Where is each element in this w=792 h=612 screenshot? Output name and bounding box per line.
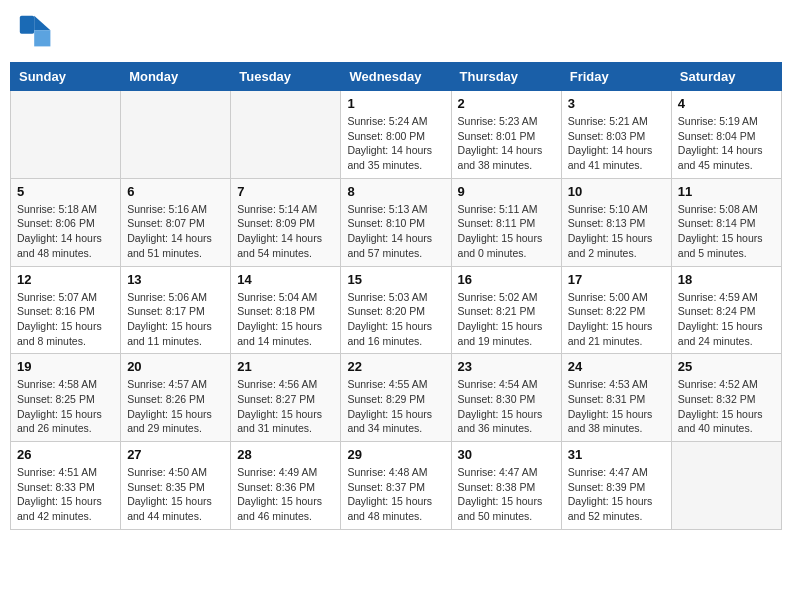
day-number: 14 <box>237 272 334 287</box>
day-number: 13 <box>127 272 224 287</box>
day-number: 6 <box>127 184 224 199</box>
day-info: Sunrise: 4:50 AMSunset: 8:35 PMDaylight:… <box>127 465 224 524</box>
day-number: 10 <box>568 184 665 199</box>
day-number: 17 <box>568 272 665 287</box>
day-info: Sunrise: 5:24 AMSunset: 8:00 PMDaylight:… <box>347 114 444 173</box>
day-number: 21 <box>237 359 334 374</box>
calendar-cell: 3Sunrise: 5:21 AMSunset: 8:03 PMDaylight… <box>561 91 671 179</box>
day-info: Sunrise: 4:53 AMSunset: 8:31 PMDaylight:… <box>568 377 665 436</box>
weekday-header-row: SundayMondayTuesdayWednesdayThursdayFrid… <box>11 63 782 91</box>
calendar-cell: 17Sunrise: 5:00 AMSunset: 8:22 PMDayligh… <box>561 266 671 354</box>
day-number: 11 <box>678 184 775 199</box>
calendar-cell: 13Sunrise: 5:06 AMSunset: 8:17 PMDayligh… <box>121 266 231 354</box>
day-info: Sunrise: 4:51 AMSunset: 8:33 PMDaylight:… <box>17 465 114 524</box>
day-number: 31 <box>568 447 665 462</box>
day-number: 18 <box>678 272 775 287</box>
day-info: Sunrise: 5:21 AMSunset: 8:03 PMDaylight:… <box>568 114 665 173</box>
calendar-week-row: 26Sunrise: 4:51 AMSunset: 8:33 PMDayligh… <box>11 442 782 530</box>
logo <box>18 14 54 50</box>
day-info: Sunrise: 4:55 AMSunset: 8:29 PMDaylight:… <box>347 377 444 436</box>
calendar-cell: 4Sunrise: 5:19 AMSunset: 8:04 PMDaylight… <box>671 91 781 179</box>
calendar-cell: 5Sunrise: 5:18 AMSunset: 8:06 PMDaylight… <box>11 178 121 266</box>
day-number: 1 <box>347 96 444 111</box>
calendar-cell: 27Sunrise: 4:50 AMSunset: 8:35 PMDayligh… <box>121 442 231 530</box>
calendar-cell: 20Sunrise: 4:57 AMSunset: 8:26 PMDayligh… <box>121 354 231 442</box>
day-number: 8 <box>347 184 444 199</box>
day-info: Sunrise: 4:57 AMSunset: 8:26 PMDaylight:… <box>127 377 224 436</box>
day-info: Sunrise: 5:10 AMSunset: 8:13 PMDaylight:… <box>568 202 665 261</box>
day-info: Sunrise: 5:06 AMSunset: 8:17 PMDaylight:… <box>127 290 224 349</box>
day-number: 28 <box>237 447 334 462</box>
day-info: Sunrise: 4:47 AMSunset: 8:39 PMDaylight:… <box>568 465 665 524</box>
calendar-cell: 7Sunrise: 5:14 AMSunset: 8:09 PMDaylight… <box>231 178 341 266</box>
calendar-cell: 1Sunrise: 5:24 AMSunset: 8:00 PMDaylight… <box>341 91 451 179</box>
calendar-cell: 18Sunrise: 4:59 AMSunset: 8:24 PMDayligh… <box>671 266 781 354</box>
svg-marker-1 <box>34 16 50 30</box>
calendar-cell <box>11 91 121 179</box>
calendar-cell: 16Sunrise: 5:02 AMSunset: 8:21 PMDayligh… <box>451 266 561 354</box>
weekday-header: Wednesday <box>341 63 451 91</box>
day-number: 20 <box>127 359 224 374</box>
calendar-week-row: 1Sunrise: 5:24 AMSunset: 8:00 PMDaylight… <box>11 91 782 179</box>
day-number: 2 <box>458 96 555 111</box>
day-info: Sunrise: 4:49 AMSunset: 8:36 PMDaylight:… <box>237 465 334 524</box>
calendar-cell: 22Sunrise: 4:55 AMSunset: 8:29 PMDayligh… <box>341 354 451 442</box>
day-info: Sunrise: 5:04 AMSunset: 8:18 PMDaylight:… <box>237 290 334 349</box>
day-number: 30 <box>458 447 555 462</box>
calendar-cell: 2Sunrise: 5:23 AMSunset: 8:01 PMDaylight… <box>451 91 561 179</box>
weekday-header: Tuesday <box>231 63 341 91</box>
calendar-week-row: 5Sunrise: 5:18 AMSunset: 8:06 PMDaylight… <box>11 178 782 266</box>
weekday-header: Monday <box>121 63 231 91</box>
day-info: Sunrise: 4:59 AMSunset: 8:24 PMDaylight:… <box>678 290 775 349</box>
weekday-header: Friday <box>561 63 671 91</box>
page-header <box>10 10 782 54</box>
calendar-cell: 9Sunrise: 5:11 AMSunset: 8:11 PMDaylight… <box>451 178 561 266</box>
logo-icon <box>18 14 54 50</box>
day-info: Sunrise: 5:14 AMSunset: 8:09 PMDaylight:… <box>237 202 334 261</box>
day-number: 29 <box>347 447 444 462</box>
calendar-cell <box>231 91 341 179</box>
calendar-cell: 25Sunrise: 4:52 AMSunset: 8:32 PMDayligh… <box>671 354 781 442</box>
calendar-cell: 12Sunrise: 5:07 AMSunset: 8:16 PMDayligh… <box>11 266 121 354</box>
calendar-cell: 8Sunrise: 5:13 AMSunset: 8:10 PMDaylight… <box>341 178 451 266</box>
calendar-cell <box>671 442 781 530</box>
day-number: 26 <box>17 447 114 462</box>
day-number: 16 <box>458 272 555 287</box>
calendar-week-row: 19Sunrise: 4:58 AMSunset: 8:25 PMDayligh… <box>11 354 782 442</box>
day-info: Sunrise: 5:07 AMSunset: 8:16 PMDaylight:… <box>17 290 114 349</box>
day-info: Sunrise: 5:08 AMSunset: 8:14 PMDaylight:… <box>678 202 775 261</box>
day-info: Sunrise: 5:03 AMSunset: 8:20 PMDaylight:… <box>347 290 444 349</box>
day-number: 4 <box>678 96 775 111</box>
day-number: 5 <box>17 184 114 199</box>
calendar-cell: 19Sunrise: 4:58 AMSunset: 8:25 PMDayligh… <box>11 354 121 442</box>
day-info: Sunrise: 5:19 AMSunset: 8:04 PMDaylight:… <box>678 114 775 173</box>
day-info: Sunrise: 4:48 AMSunset: 8:37 PMDaylight:… <box>347 465 444 524</box>
day-number: 9 <box>458 184 555 199</box>
weekday-header: Saturday <box>671 63 781 91</box>
day-info: Sunrise: 5:13 AMSunset: 8:10 PMDaylight:… <box>347 202 444 261</box>
calendar-cell: 30Sunrise: 4:47 AMSunset: 8:38 PMDayligh… <box>451 442 561 530</box>
calendar-cell: 14Sunrise: 5:04 AMSunset: 8:18 PMDayligh… <box>231 266 341 354</box>
day-number: 12 <box>17 272 114 287</box>
calendar-cell: 26Sunrise: 4:51 AMSunset: 8:33 PMDayligh… <box>11 442 121 530</box>
weekday-header: Thursday <box>451 63 561 91</box>
day-number: 7 <box>237 184 334 199</box>
day-info: Sunrise: 4:52 AMSunset: 8:32 PMDaylight:… <box>678 377 775 436</box>
calendar-table: SundayMondayTuesdayWednesdayThursdayFrid… <box>10 62 782 530</box>
day-number: 15 <box>347 272 444 287</box>
svg-rect-0 <box>20 16 34 34</box>
calendar-cell: 24Sunrise: 4:53 AMSunset: 8:31 PMDayligh… <box>561 354 671 442</box>
calendar-cell: 28Sunrise: 4:49 AMSunset: 8:36 PMDayligh… <box>231 442 341 530</box>
day-number: 27 <box>127 447 224 462</box>
calendar-cell: 31Sunrise: 4:47 AMSunset: 8:39 PMDayligh… <box>561 442 671 530</box>
day-info: Sunrise: 5:16 AMSunset: 8:07 PMDaylight:… <box>127 202 224 261</box>
day-info: Sunrise: 4:54 AMSunset: 8:30 PMDaylight:… <box>458 377 555 436</box>
day-info: Sunrise: 5:00 AMSunset: 8:22 PMDaylight:… <box>568 290 665 349</box>
day-info: Sunrise: 5:18 AMSunset: 8:06 PMDaylight:… <box>17 202 114 261</box>
calendar-cell: 15Sunrise: 5:03 AMSunset: 8:20 PMDayligh… <box>341 266 451 354</box>
day-info: Sunrise: 4:56 AMSunset: 8:27 PMDaylight:… <box>237 377 334 436</box>
day-info: Sunrise: 5:02 AMSunset: 8:21 PMDaylight:… <box>458 290 555 349</box>
calendar-cell <box>121 91 231 179</box>
calendar-cell: 6Sunrise: 5:16 AMSunset: 8:07 PMDaylight… <box>121 178 231 266</box>
day-info: Sunrise: 4:58 AMSunset: 8:25 PMDaylight:… <box>17 377 114 436</box>
